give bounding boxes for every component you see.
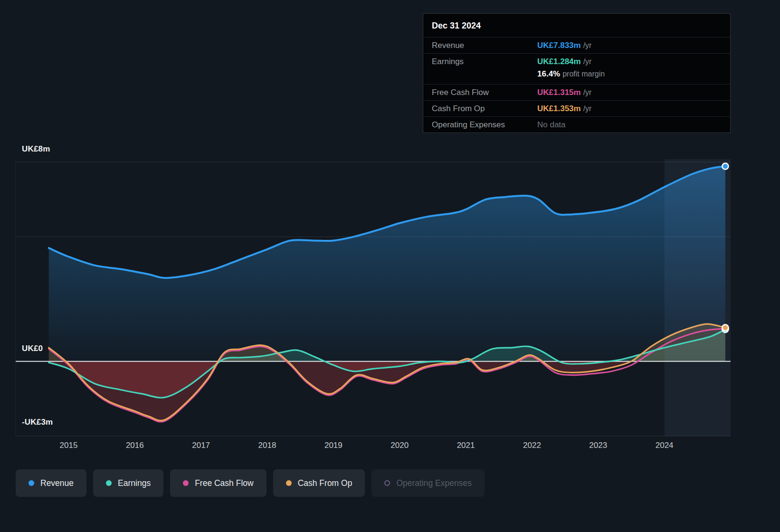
tooltip-row-operating-expenses: Operating Expenses No data <box>423 116 730 133</box>
legend-item-label: Earnings <box>118 478 151 488</box>
tooltip-suffix: profit margin <box>562 70 605 78</box>
tooltip-value-cash-from-op: UK£1.353m/yr <box>537 104 591 114</box>
x-tick-label: 2015 <box>54 441 83 450</box>
tooltip-value-earnings: UK£1.284m/yr <box>537 57 591 66</box>
legend-item-operating-expenses[interactable]: Operating Expenses <box>371 469 485 497</box>
tooltip-suffix: /yr <box>583 104 592 113</box>
tooltip-label: Cash From Op <box>432 104 537 114</box>
earnings-dot-icon <box>106 480 112 486</box>
tooltip-row-revenue: Revenue UK£7.833m/yr <box>423 37 730 53</box>
x-axis: 2015201620172018201920202021202220232024 <box>0 441 780 453</box>
x-tick-label: 2016 <box>121 441 149 450</box>
x-tick-label: 2017 <box>187 441 215 450</box>
tooltip-label: Earnings <box>432 57 537 66</box>
revenue-dot-icon <box>29 480 34 486</box>
tooltip-row-cash-from-op: Cash From Op UK£1.353m/yr <box>423 100 730 116</box>
legend-item-label: Free Cash Flow <box>195 478 254 488</box>
tooltip-value-profit-margin: 16.4%profit margin <box>537 69 605 79</box>
tooltip-value-revenue: UK£7.833m/yr <box>537 41 591 50</box>
legend-item-revenue[interactable]: Revenue <box>16 469 86 497</box>
chart-canvas <box>16 159 731 436</box>
operating-expenses-dot-icon <box>384 480 390 486</box>
legend-item-earnings[interactable]: Earnings <box>93 469 163 497</box>
tooltip-value-free-cash-flow: UK£1.315m/yr <box>537 88 591 97</box>
x-tick-label: 2018 <box>253 441 282 450</box>
tooltip-suffix: /yr <box>583 41 592 49</box>
cash-from-op-dot-icon <box>286 480 292 486</box>
tooltip-suffix: /yr <box>583 88 592 96</box>
financials-chart-page: UK£8m UK£0 -UK£3m 2015201620172018201920… <box>0 0 780 532</box>
tooltip-row-free-cash-flow: Free Cash Flow UK£1.315m/yr <box>423 84 730 100</box>
legend: RevenueEarningsFree Cash FlowCash From O… <box>16 469 485 497</box>
free-cash-flow-dot-icon <box>183 480 189 486</box>
tooltip-label: Operating Expenses <box>432 120 537 130</box>
x-tick-label: 2019 <box>319 441 348 450</box>
legend-item-free-cash-flow[interactable]: Free Cash Flow <box>170 469 266 497</box>
y-axis-label-bottom: -UK£3m <box>22 418 53 427</box>
tooltip-label: Revenue <box>432 41 537 50</box>
tooltip-suffix: /yr <box>583 57 592 66</box>
x-tick-label: 2024 <box>650 441 679 450</box>
x-tick-label: 2020 <box>385 441 414 450</box>
tooltip-row-earnings: Earnings UK£1.284m/yr <box>423 53 730 69</box>
x-tick-label: 2021 <box>452 441 480 450</box>
legend-item-label: Operating Expenses <box>396 478 472 488</box>
x-tick-label: 2022 <box>518 441 546 450</box>
x-tick-label: 2023 <box>584 441 612 450</box>
legend-item-label: Revenue <box>40 478 74 488</box>
tooltip-row-profit-margin: 16.4%profit margin <box>423 68 730 84</box>
legend-item-label: Cash From Op <box>298 478 352 488</box>
tooltip-value-operating-expenses: No data <box>537 120 566 130</box>
y-axis-label-top: UK£8m <box>22 144 50 154</box>
tooltip-panel: Dec 31 2024 Revenue UK£7.833m/yr Earning… <box>423 13 731 133</box>
tooltip-date: Dec 31 2024 <box>423 14 730 37</box>
tooltip-label: Free Cash Flow <box>432 88 537 97</box>
legend-item-cash-from-op[interactable]: Cash From Op <box>273 469 365 497</box>
y-axis-label-zero: UK£0 <box>22 344 43 353</box>
